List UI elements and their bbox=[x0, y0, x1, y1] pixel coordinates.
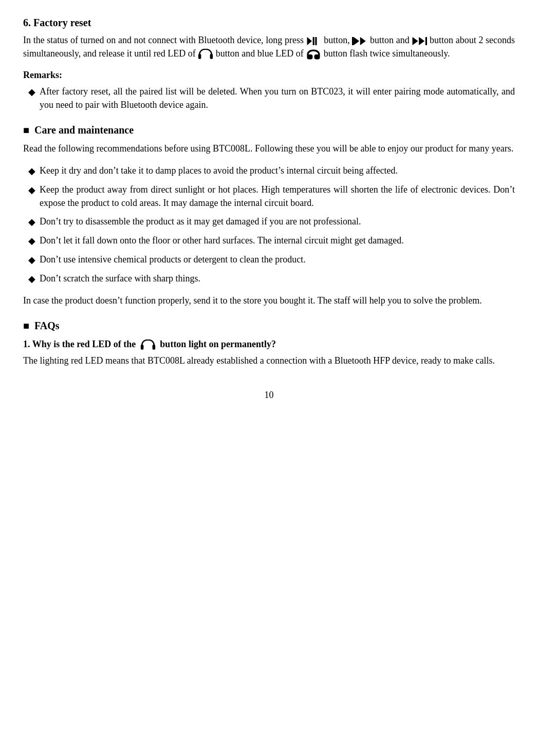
faq-1-question: 1. Why is the red LED of the button ligh… bbox=[23, 337, 515, 351]
faq-1: 1. Why is the red LED of the button ligh… bbox=[23, 337, 515, 367]
care-text-5: Don’t use intensive chemical products or… bbox=[40, 253, 515, 267]
svg-rect-11 bbox=[141, 345, 144, 349]
care-bullets: ◆ Keep it dry and don’t take it to damp … bbox=[23, 164, 515, 286]
svg-marker-4 bbox=[360, 37, 366, 45]
care-bullet-6: ◆ Don’t scratch the surface with sharp t… bbox=[23, 272, 515, 286]
phone-icon bbox=[306, 49, 321, 60]
svg-rect-9 bbox=[198, 54, 201, 59]
care-closing-wrapper: In case the product doesn’t function pro… bbox=[23, 294, 515, 307]
play-pause-icon bbox=[306, 35, 322, 47]
remark-item-1: ◆ After factory reset, all the paired li… bbox=[23, 85, 515, 111]
square-bullet-care: ■ bbox=[23, 123, 29, 138]
remarks-section: Remarks: ◆ After factory reset, all the … bbox=[23, 68, 515, 111]
fastforward-icon bbox=[412, 35, 427, 47]
svg-rect-10 bbox=[210, 54, 213, 59]
svg-rect-2 bbox=[315, 37, 317, 45]
svg-rect-12 bbox=[153, 345, 156, 349]
intro-text-button2: button and bbox=[370, 35, 412, 45]
care-intro: Read the following recommendations befor… bbox=[23, 142, 515, 155]
diamond-icon-c2: ◆ bbox=[28, 183, 35, 210]
faqs-header: ■ FAQs bbox=[23, 318, 515, 333]
section-6: 6. Factory reset In the status of turned… bbox=[23, 15, 515, 111]
svg-marker-7 bbox=[419, 37, 425, 45]
page-number: 10 bbox=[23, 388, 515, 402]
intro-text-5: button flash twice simultaneously. bbox=[324, 48, 450, 59]
svg-rect-1 bbox=[312, 37, 314, 45]
faq-q1-suffix: button light on permanently? bbox=[160, 339, 276, 349]
care-bullet-4: ◆ Don’t let it fall down onto the floor … bbox=[23, 234, 515, 248]
intro-text-4: button and blue LED of bbox=[216, 48, 306, 59]
headphone-icon bbox=[198, 49, 213, 60]
remark-text-1: After factory reset, all the paired list… bbox=[40, 85, 515, 111]
faq-headphone-icon bbox=[140, 339, 156, 351]
diamond-icon-c5: ◆ bbox=[28, 253, 35, 267]
diamond-icon-c3: ◆ bbox=[28, 215, 35, 229]
care-text-6: Don’t scratch the surface with sharp thi… bbox=[40, 272, 515, 286]
faq-1-answer: The lighting red LED means that BTC008L … bbox=[23, 354, 515, 367]
care-text-3: Don’t try to disassemble the product as … bbox=[40, 215, 515, 229]
diamond-icon-c1: ◆ bbox=[28, 164, 35, 178]
section-6-title: 6. Factory reset bbox=[23, 15, 515, 30]
svg-marker-6 bbox=[413, 37, 418, 45]
diamond-icon-c4: ◆ bbox=[28, 234, 35, 248]
svg-marker-3 bbox=[354, 37, 360, 45]
care-text-4: Don’t let it fall down onto the floor or… bbox=[40, 234, 515, 248]
care-title: Care and maintenance bbox=[34, 123, 134, 138]
care-bullet-1: ◆ Keep it dry and don’t take it to damp … bbox=[23, 164, 515, 178]
section-6-intro: In the status of turned on and not conne… bbox=[23, 33, 515, 60]
care-closing: In case the product doesn’t function pro… bbox=[23, 294, 515, 307]
care-text-1: Keep it dry and don’t take it to damp pl… bbox=[40, 164, 515, 178]
care-header: ■ Care and maintenance bbox=[23, 123, 515, 138]
svg-rect-5 bbox=[352, 37, 354, 45]
svg-rect-8 bbox=[425, 37, 427, 45]
care-bullet-2: ◆ Keep the product away from direct sunl… bbox=[23, 183, 515, 210]
intro-text-1: In the status of turned on and not conne… bbox=[23, 35, 306, 45]
diamond-icon-1: ◆ bbox=[28, 85, 35, 111]
faq-q1-prefix: 1. Why is the red LED of the bbox=[23, 339, 136, 349]
intro-text-button1: button, bbox=[324, 35, 352, 45]
rewind-icon bbox=[352, 35, 367, 47]
diamond-icon-c6: ◆ bbox=[28, 272, 35, 286]
care-bullet-5: ◆ Don’t use intensive chemical products … bbox=[23, 253, 515, 267]
care-text-2: Keep the product away from direct sunlig… bbox=[40, 183, 515, 210]
care-bullet-3: ◆ Don’t try to disassemble the product a… bbox=[23, 215, 515, 229]
faqs-title: FAQs bbox=[34, 318, 60, 333]
svg-marker-0 bbox=[307, 37, 311, 45]
square-bullet-faqs: ■ bbox=[23, 318, 29, 333]
remarks-title: Remarks: bbox=[23, 68, 515, 82]
